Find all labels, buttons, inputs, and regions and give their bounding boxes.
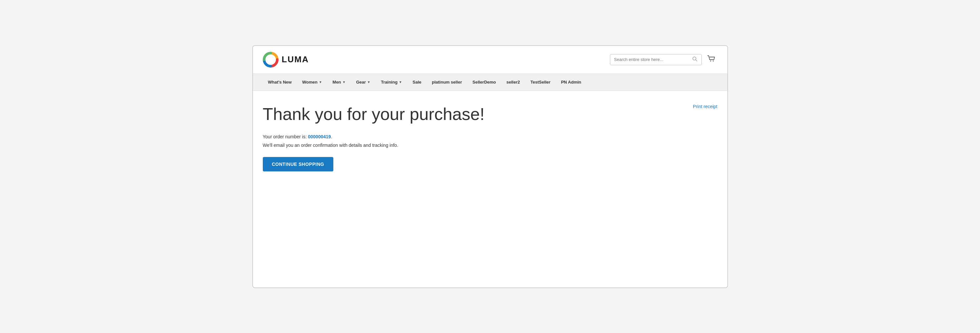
search-input[interactable] [614,57,690,62]
luma-logo-icon [263,52,278,68]
cart-button[interactable] [706,53,718,66]
nav-link-platinum[interactable]: platinum seller [426,74,467,90]
logo-area: LUMA [263,52,309,68]
header-right [610,53,718,66]
svg-point-3 [710,61,711,62]
order-info: Your order number is: 000000419. [263,134,718,139]
nav-item-seller2: seller2 [501,74,525,90]
continue-shopping-button[interactable]: Continue Shopping [263,157,333,171]
search-box [610,54,702,65]
cart-icon [707,54,716,63]
nav-link-sale[interactable]: Sale [407,74,426,90]
nav-link-training[interactable]: Training ▼ [375,74,407,90]
chevron-down-icon: ▼ [342,80,346,84]
chevron-down-icon: ▼ [319,80,322,84]
main-content: Print receipt Thank you for your purchas… [253,91,727,287]
nav-list: What's New Women ▼ Men ▼ Gear ▼ [263,74,718,90]
nav-item-platinum: platinum seller [426,74,467,90]
nav-item-gear: Gear ▼ [351,74,375,90]
nav-link-testseller[interactable]: TestSeller [525,74,556,90]
search-icon [692,56,697,63]
nav-bar: What's New Women ▼ Men ▼ Gear ▼ [253,74,727,91]
chevron-down-icon: ▼ [367,80,371,84]
nav-link-pnadmin[interactable]: PN Admin [556,74,587,90]
logo-text: LUMA [282,54,309,65]
nav-link-seller2[interactable]: seller2 [501,74,525,90]
order-number: 000000419 [308,134,331,139]
nav-link-sellerdemo[interactable]: SellerDemo [467,74,501,90]
nav-link-women[interactable]: Women ▼ [297,74,328,90]
nav-link-men[interactable]: Men ▼ [328,74,351,90]
nav-item-training: Training ▼ [375,74,407,90]
nav-item-women: Women ▼ [297,74,328,90]
email-info: We'll email you an order confirmation wi… [263,143,718,148]
svg-line-2 [695,60,697,61]
order-suffix: . [331,134,332,139]
thank-you-heading: Thank you for your purchase! [263,104,718,124]
print-receipt-link[interactable]: Print receipt [693,104,718,109]
nav-item-men: Men ▼ [328,74,351,90]
nav-item-testseller: TestSeller [525,74,556,90]
chevron-down-icon: ▼ [399,80,402,84]
page-wrapper: LUMA [252,45,728,288]
svg-point-4 [713,61,714,62]
header: LUMA [253,46,727,74]
nav-link-gear[interactable]: Gear ▼ [351,74,375,90]
order-prefix: Your order number is: [263,134,308,139]
nav-link-whats-new[interactable]: What's New [263,74,297,90]
nav-item-pnadmin: PN Admin [556,74,587,90]
nav-item-whats-new: What's New [263,74,297,90]
nav-item-sellerdemo: SellerDemo [467,74,501,90]
nav-item-sale: Sale [407,74,426,90]
